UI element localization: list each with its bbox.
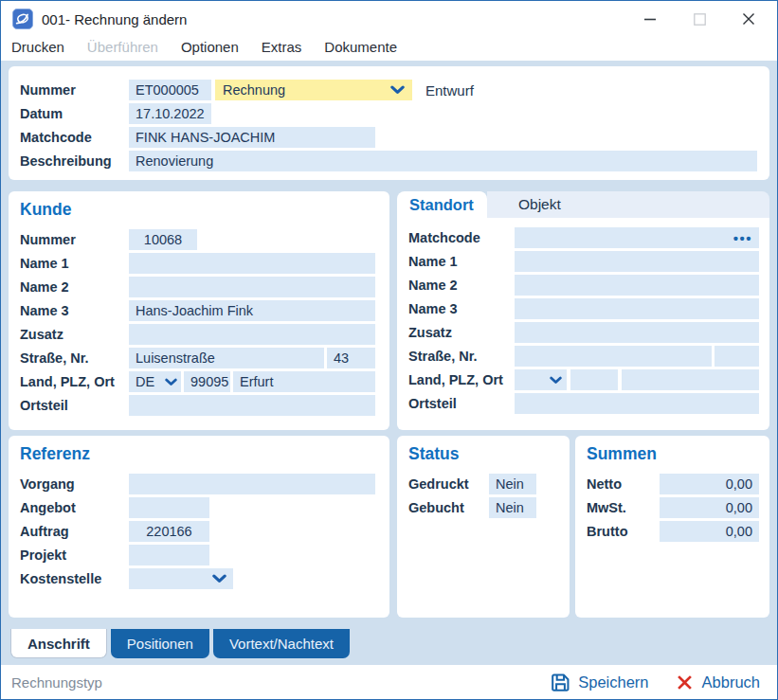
tab-anschrift[interactable]: Anschrift <box>10 629 107 658</box>
tab-standort[interactable]: Standort <box>397 191 487 218</box>
draft-status-label: Entwurf <box>425 82 474 99</box>
maximize-button[interactable] <box>692 11 707 27</box>
datum-field[interactable]: 17.10.2022 <box>129 103 211 124</box>
beschreibung-field[interactable]: Renovierung <box>129 151 757 171</box>
kostenstelle-dropdown[interactable] <box>129 568 233 589</box>
kunde-ortsteil-field[interactable] <box>129 395 375 416</box>
nummer-field[interactable]: ET000005 <box>129 80 211 100</box>
kunde-name1-field[interactable] <box>129 253 375 274</box>
tab-vortext-nachtext[interactable]: Vortext/Nachtext <box>213 629 350 658</box>
kunde-land-label: Land, PLZ, Ort <box>20 374 129 389</box>
matchcode-label: Matchcode <box>20 130 129 145</box>
title-bar: 001- Rechnung ändern <box>1 1 777 37</box>
footer-actions: Speichern Abbruch <box>552 673 760 691</box>
kunde-title: Kunde <box>20 199 377 220</box>
standort-land-label: Land, PLZ, Ort <box>408 372 515 387</box>
standort-matchcode-label: Matchcode <box>408 230 515 245</box>
tab-positionen[interactable]: Positionen <box>111 629 209 658</box>
gebucht-label: Gebucht <box>408 500 489 515</box>
netto-field: 0,00 <box>660 474 759 494</box>
kunde-ortsteil-label: Ortsteil <box>20 398 129 413</box>
cancel-button[interactable]: Abbruch <box>676 673 760 691</box>
kunde-zusatz-label: Zusatz <box>20 327 129 342</box>
kunde-name2-field[interactable] <box>129 277 375 297</box>
kunde-nummer-label: Nummer <box>20 232 129 247</box>
referenz-panel: Referenz Vorgang Angebot Auftrag 220166 … <box>9 436 389 618</box>
standort-strasse-label: Straße, Nr. <box>408 349 515 364</box>
gebucht-field: Nein <box>489 497 536 518</box>
save-label: Speichern <box>578 673 648 691</box>
standort-ortsteil-label: Ortsteil <box>408 396 515 411</box>
status-panel: Status Gedruckt Nein Gebucht Nein <box>397 436 570 618</box>
window-title: 001- Rechnung ändern <box>42 11 187 27</box>
kunde-plz-field[interactable]: 99095 <box>184 371 230 392</box>
netto-label: Netto <box>587 476 660 492</box>
kunde-name3-label: Name 3 <box>20 303 129 318</box>
app-logo-icon <box>12 9 33 29</box>
standort-ort-field[interactable] <box>622 369 759 390</box>
summen-panel: Summen Netto 0,00 MwSt. 0,00 Brutto 0,00 <box>575 436 769 618</box>
close-icon <box>742 12 755 26</box>
angebot-field[interactable] <box>129 497 209 518</box>
menu-bar: Drucken Überführen Optionen Extras Dokum… <box>1 37 777 61</box>
content-area: Nummer ET000005 Rechnung Entwurf Datum 1… <box>1 61 777 629</box>
app-window: 001- Rechnung ändern Drucken Überführen … <box>0 0 778 700</box>
standort-zusatz-field[interactable] <box>515 322 759 343</box>
standort-tabstrip-rest: Objekt <box>487 191 769 218</box>
gedruckt-field: Nein <box>489 474 536 494</box>
standort-zusatz-label: Zusatz <box>408 325 515 340</box>
standort-name3-label: Name 3 <box>408 301 515 316</box>
minimize-icon <box>643 12 657 26</box>
save-button[interactable]: Speichern <box>552 673 648 691</box>
kunde-land-value: DE <box>136 374 154 389</box>
standort-tabstrip: Standort Objekt <box>397 191 769 218</box>
brutto-field: 0,00 <box>660 521 759 542</box>
kunde-strasse-label: Straße, Nr. <box>20 350 129 366</box>
standort-land-dropdown[interactable] <box>515 369 567 390</box>
standort-name1-field[interactable] <box>515 251 759 272</box>
mwst-label: MwSt. <box>587 500 660 515</box>
angebot-label: Angebot <box>20 500 129 515</box>
kunde-hausnr-field[interactable]: 43 <box>327 348 375 368</box>
tab-objekt[interactable]: Objekt <box>518 196 561 213</box>
standort-name2-field[interactable] <box>515 275 759 296</box>
standort-matchcode-field[interactable]: ••• <box>515 227 759 248</box>
standort-strasse-field[interactable] <box>515 346 712 367</box>
menu-optionen[interactable]: Optionen <box>181 39 239 55</box>
more-icon[interactable]: ••• <box>733 231 752 245</box>
auftrag-field[interactable]: 220166 <box>129 521 209 542</box>
standort-name1-label: Name 1 <box>408 254 515 269</box>
standort-name3-field[interactable] <box>515 298 759 319</box>
menu-drucken[interactable]: Drucken <box>11 39 64 55</box>
vorgang-field[interactable] <box>129 474 375 494</box>
menu-dokumente[interactable]: Dokumente <box>324 39 397 55</box>
kunde-nummer-field[interactable]: 10068 <box>129 229 197 250</box>
kunde-panel: Kunde Nummer 10068 Name 1 Name 2 Name 3 … <box>9 191 389 430</box>
matchcode-field[interactable]: FINK HANS-JOACHIM <box>129 127 375 148</box>
footer-bar: Rechnungstyp Speichern Abbruch <box>1 665 777 699</box>
kostenstelle-label: Kostenstelle <box>20 571 129 586</box>
standort-name2-label: Name 2 <box>408 278 515 293</box>
kunde-zusatz-field[interactable] <box>129 324 375 345</box>
kunde-name3-field[interactable]: Hans-Joachim Fink <box>129 300 375 321</box>
standort-ortsteil-field[interactable] <box>515 393 759 414</box>
mwst-field: 0,00 <box>660 497 759 518</box>
datum-label: Datum <box>20 106 129 121</box>
window-controls <box>642 11 766 27</box>
close-button[interactable] <box>741 11 756 27</box>
standort-panel: Standort Objekt Matchcode ••• Name 1 <box>397 191 769 430</box>
bottom-tab-bar: Anschrift Positionen Vortext/Nachtext <box>1 629 777 665</box>
projekt-field[interactable] <box>129 545 209 565</box>
cancel-label: Abbruch <box>702 673 760 691</box>
standort-hausnr-field[interactable] <box>715 346 759 367</box>
kunde-strasse-field[interactable]: Luisenstraße <box>129 348 324 368</box>
menu-extras[interactable]: Extras <box>262 39 302 55</box>
nummer-label: Nummer <box>20 82 129 98</box>
minimize-button[interactable] <box>642 11 658 27</box>
standort-plz-field[interactable] <box>570 369 618 390</box>
kunde-land-dropdown[interactable]: DE <box>129 371 181 392</box>
kunde-ort-field[interactable]: Erfurt <box>233 371 375 392</box>
chevron-down-icon <box>212 574 226 583</box>
invoice-type-dropdown[interactable]: Rechnung <box>215 80 412 100</box>
status-title: Status <box>408 443 560 464</box>
